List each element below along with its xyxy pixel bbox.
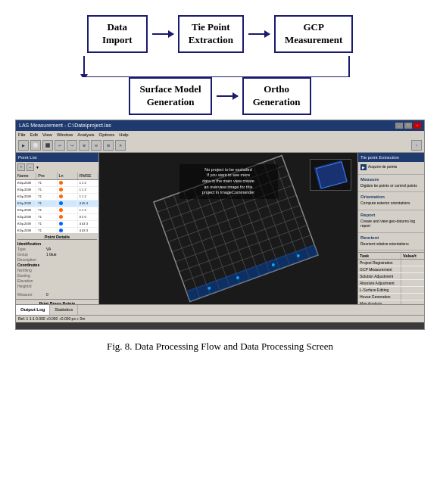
task-row-5: House Generation — [358, 294, 424, 300]
cell-pre-0: T1 — [36, 180, 57, 186]
list-row-3[interactable]: KGp.2590 T1 4 45 4 — [16, 201, 98, 207]
tool-btn-6[interactable]: ⊕ — [79, 140, 89, 151]
point-list: Name Pre Ln RMSE KGp.2590 T1 1 1 2 — [16, 173, 98, 233]
fig-label: Fig. 8. — [107, 341, 133, 352]
bend-connector — [15, 56, 425, 77]
report-item[interactable]: Create and view geo-datums log report — [360, 219, 422, 229]
cell-rmse-6: 4 43 3 — [78, 221, 98, 227]
svg-line-8 — [168, 195, 296, 242]
list-row-0[interactable]: KGp.2590 T1 1 1 2 — [16, 180, 98, 187]
acquire-item[interactable]: ▶ Acquire tie points — [360, 164, 422, 170]
task-val-0 — [401, 260, 424, 266]
orientation-item[interactable]: Compute exterior orientations — [360, 201, 422, 206]
list-row-4[interactable]: KGp.2590 T1 1 1 2 — [16, 207, 98, 214]
menu-view[interactable]: View — [42, 132, 52, 137]
tab-output-log[interactable]: Output Log — [16, 305, 50, 315]
cell-name-2: KGp.2590 — [16, 194, 36, 200]
task-row-2: Solution Adjustment — [358, 273, 424, 280]
close-btn[interactable]: × — [413, 123, 421, 129]
menu-file[interactable]: File — [18, 132, 26, 137]
maximize-btn[interactable]: □ — [404, 123, 412, 129]
identification-header: Identification — [17, 241, 97, 246]
cell-rmse-4: 1 1 2 — [78, 207, 98, 213]
cell-pre-7: T1 — [36, 228, 57, 233]
overlay-line-5: project in ImageCommander — [184, 190, 273, 196]
menu-window[interactable]: Window — [57, 132, 73, 137]
box-ortho: Ortho Generation — [242, 77, 311, 115]
panel-header-text: Point List — [18, 155, 37, 160]
task-val-5 — [401, 294, 424, 300]
tool-btn-right[interactable]: ? — [411, 140, 422, 151]
col-line: Ln — [58, 173, 78, 179]
cell-dot-7 — [58, 228, 78, 233]
arrow-line-1 — [152, 33, 173, 35]
list-row-2[interactable]: KGp.2590 T1 1 1 2 — [16, 194, 98, 201]
type-label: Type — [17, 247, 46, 251]
cell-pre-2: T1 — [36, 194, 57, 200]
measure-value: 0 — [46, 292, 48, 297]
menu-options[interactable]: Options — [99, 132, 115, 137]
panel-tool-1[interactable]: + — [17, 163, 25, 171]
tool-btn-3[interactable]: ⬛ — [42, 140, 53, 151]
orientation-title: Orientation — [360, 194, 422, 199]
right-panel: Tie point Extraction ▶ Acquire tie point… — [357, 153, 424, 304]
task-label-6: Map Analysis — [358, 300, 401, 304]
task-row-6: Map Analysis — [358, 300, 424, 304]
box-data-import: Data Import — [87, 15, 148, 53]
report-section: Report Create and view geo-datums log re… — [358, 210, 424, 233]
orientation-label: Compute exterior orientations — [360, 201, 410, 206]
minimize-btn[interactable]: _ — [395, 123, 403, 129]
list-row-7[interactable]: KGp.2590 T1 4 43 3 — [16, 228, 98, 233]
menu-edit[interactable]: Edit — [30, 132, 38, 137]
reorient-item[interactable]: Reorient relative orientations — [360, 241, 422, 247]
box-surface-model: Surface Model Generation — [129, 77, 211, 115]
acquire-section: ▶ Acquire tie points — [358, 162, 424, 175]
cell-dot-2 — [58, 194, 78, 200]
cell-rmse-3: 4 45 4 — [78, 201, 98, 207]
cell-rmse-5: 0 2 0 — [78, 214, 98, 220]
measure-label: Measure — [17, 292, 46, 297]
flow-row-2: Surface Model Generation Ortho Generatio… — [15, 77, 425, 115]
details-header: Point Details — [17, 235, 97, 240]
tool-btn-7[interactable]: ⊖ — [91, 140, 101, 151]
flowchart: Data Import Tie Point Extraction GCP Mea… — [15, 8, 425, 120]
tool-btn-4[interactable]: ↩ — [55, 140, 65, 151]
coordinates-header: Coordinates — [17, 263, 97, 267]
list-row-5[interactable]: KGp.2590 T1 0 2 0 — [16, 214, 98, 221]
tool-btn-9[interactable]: ✕ — [115, 140, 126, 151]
list-row-1[interactable]: KGp.2590 T1 1 1 2 — [16, 187, 98, 194]
cell-dot-3 — [58, 201, 78, 207]
status-text: Ref: 1 1:1 0.000 +0.000 +0.000 px + 0m — [18, 316, 86, 321]
screenshot-inner: LAS Measurement - C:\Data\project.las _ … — [16, 120, 424, 329]
task-label-5: House Generation — [358, 294, 401, 300]
list-row-6[interactable]: KGp.2590 T1 4 43 3 — [16, 221, 98, 228]
cell-dot-0 — [58, 180, 78, 186]
cell-dot-6 — [58, 221, 78, 227]
task-row-0: Project Registration — [358, 260, 424, 266]
connector-svg — [39, 56, 402, 77]
arrow-3 — [217, 95, 238, 97]
task-pane: Task Value/t Project Registration GCP Me… — [358, 252, 424, 304]
cell-pre-5: T1 — [36, 214, 57, 220]
svg-line-10 — [176, 215, 304, 262]
tool-btn-1[interactable]: ▶ — [18, 140, 29, 151]
statusbar: Ref: 1 1:1 0.000 +0.000 +0.000 px + 0m — [16, 315, 424, 322]
tab-statistics[interactable]: Statistics — [50, 305, 78, 315]
panel-tool-2[interactable]: - — [27, 163, 34, 171]
measure-item[interactable]: Digitize tie points or control points — [360, 183, 422, 188]
easting-label: Easting — [17, 273, 46, 278]
figure-caption: Fig. 8. Data Processing Flow and Data Pr… — [15, 336, 425, 362]
menu-analysis[interactable]: Analysis — [77, 132, 94, 137]
tool-btn-8[interactable]: ⊞ — [103, 140, 114, 151]
elevation-label: Elevation — [17, 278, 46, 283]
acquire-label: Acquire tie points — [368, 164, 397, 170]
menu-help[interactable]: Help — [119, 132, 128, 137]
cell-dot-5 — [58, 214, 78, 220]
measure-section: Measure Digitize tie points or control p… — [358, 175, 424, 193]
tool-btn-5[interactable]: ↪ — [67, 140, 77, 151]
toolbar: ▶ ⬜ ⬛ ↩ ↪ ⊕ ⊖ ⊞ ✕ ? — [16, 139, 424, 153]
tool-btn-2[interactable]: ⬜ — [30, 140, 41, 151]
cell-name-4: KGp.2590 — [16, 207, 36, 213]
list-header: Name Pre Ln RMSE — [16, 173, 98, 180]
cell-name-7: KGp.2590 — [16, 228, 36, 233]
